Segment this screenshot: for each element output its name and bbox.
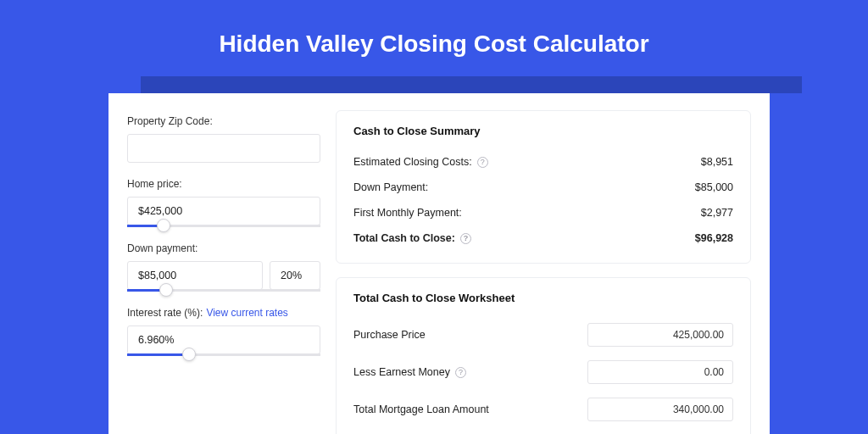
summary-row-first-payment: First Monthly Payment: $2,977 xyxy=(353,200,733,225)
summary-title: Cash to Close Summary xyxy=(353,125,733,137)
home-price-label: Home price: xyxy=(127,178,320,190)
worksheet-row-label: Less Earnest Money xyxy=(353,366,450,378)
field-zip: Property Zip Code: xyxy=(127,115,320,163)
interest-rate-label-text: Interest rate (%): xyxy=(127,307,203,319)
worksheet-row-earnest-money: Less Earnest Money ? xyxy=(353,353,733,391)
inputs-sidebar: Property Zip Code: Home price: Down paym… xyxy=(127,110,320,434)
help-icon[interactable]: ? xyxy=(477,157,488,168)
field-home-price: Home price: xyxy=(127,178,320,227)
down-payment-slider-thumb[interactable] xyxy=(159,283,173,297)
field-interest-rate: Interest rate (%): View current rates xyxy=(127,307,320,356)
summary-total-label: Total Cash to Close: xyxy=(353,232,455,244)
home-price-slider-thumb[interactable] xyxy=(157,219,170,232)
calculator-panel: Property Zip Code: Home price: Down paym… xyxy=(108,93,770,434)
worksheet-title: Total Cash to Close Worksheet xyxy=(353,292,733,304)
summary-row-closing-costs: Estimated Closing Costs: ? $8,951 xyxy=(353,149,733,175)
worksheet-row-mortgage-amount: Total Mortgage Loan Amount xyxy=(353,391,733,428)
down-payment-input[interactable] xyxy=(127,261,263,290)
help-icon[interactable]: ? xyxy=(460,233,471,244)
down-payment-pct-input[interactable] xyxy=(270,261,320,290)
interest-rate-input[interactable] xyxy=(127,326,320,354)
interest-rate-label: Interest rate (%): View current rates xyxy=(127,307,320,319)
worksheet-card: Total Cash to Close Worksheet Purchase P… xyxy=(336,277,751,434)
zip-label: Property Zip Code: xyxy=(127,115,320,127)
field-down-payment: Down payment: xyxy=(127,242,320,292)
summary-row-label: Down Payment: xyxy=(353,181,428,193)
worksheet-row-label: Purchase Price xyxy=(353,329,426,341)
worksheet-mortgage-amount-input[interactable] xyxy=(587,398,733,421)
worksheet-row-purchase-price: Purchase Price xyxy=(353,316,733,353)
summary-row-label: First Monthly Payment: xyxy=(353,207,462,219)
help-icon[interactable]: ? xyxy=(455,367,466,378)
interest-rate-slider-fill xyxy=(127,353,189,356)
summary-row-total: Total Cash to Close: ? $96,928 xyxy=(353,225,733,251)
home-price-input[interactable] xyxy=(127,197,320,225)
worksheet-earnest-money-input[interactable] xyxy=(587,360,733,384)
summary-row-value: $8,951 xyxy=(701,156,733,168)
panel-shadow xyxy=(141,76,802,93)
home-price-slider[interactable] xyxy=(127,225,320,227)
summary-card: Cash to Close Summary Estimated Closing … xyxy=(336,110,751,264)
down-payment-label: Down payment: xyxy=(127,242,320,254)
down-payment-slider[interactable] xyxy=(127,289,320,292)
worksheet-row-label: Total Mortgage Loan Amount xyxy=(353,403,489,415)
interest-rate-slider-thumb[interactable] xyxy=(182,348,196,361)
summary-row-label: Estimated Closing Costs: xyxy=(353,156,472,168)
interest-rate-slider[interactable] xyxy=(127,353,320,356)
summary-total-value: $96,928 xyxy=(695,232,733,244)
results-column: Cash to Close Summary Estimated Closing … xyxy=(336,110,751,434)
worksheet-purchase-price-input[interactable] xyxy=(587,323,733,347)
summary-row-value: $85,000 xyxy=(695,181,733,193)
summary-row-down-payment: Down Payment: $85,000 xyxy=(353,175,733,200)
worksheet-row-second-mortgage: Total Second Mortgage Amount xyxy=(353,428,733,434)
summary-row-value: $2,977 xyxy=(701,207,733,219)
view-rates-link[interactable]: View current rates xyxy=(206,307,288,319)
zip-input[interactable] xyxy=(127,134,320,163)
page-title: Hidden Valley Closing Cost Calculator xyxy=(0,0,868,76)
